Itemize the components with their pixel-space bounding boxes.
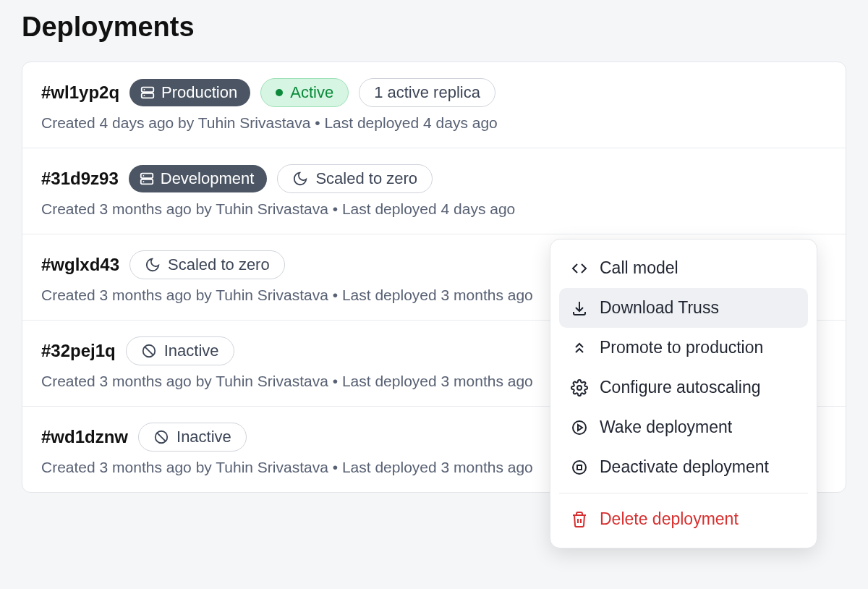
server-icon: [140, 85, 156, 101]
replica-badge: 1 active replica: [359, 78, 495, 107]
svg-point-12: [577, 386, 582, 390]
env-badge-development: Development: [129, 165, 268, 192]
svg-point-13: [573, 421, 586, 434]
status-badge-label: Scaled to zero: [168, 255, 270, 274]
deployment-id: #wl1yp2q: [41, 82, 119, 103]
menu-item-download-truss[interactable]: Download Truss: [559, 288, 808, 328]
svg-line-11: [157, 433, 166, 441]
deployment-id: #32pej1q: [41, 341, 116, 361]
menu-divider: [559, 493, 808, 493]
menu-item-label: Call model: [600, 258, 678, 278]
svg-line-9: [145, 347, 153, 355]
menu-item-label: Promote to production: [600, 338, 763, 357]
trash-icon: [571, 511, 588, 528]
svg-rect-1: [142, 93, 154, 98]
stop-circle-icon: [571, 459, 588, 476]
menu-item-label: Configure autoscaling: [600, 378, 760, 397]
svg-rect-16: [577, 465, 582, 470]
ban-icon: [153, 429, 169, 445]
deployment-meta: Created 3 months ago by Tuhin Srivastava…: [41, 200, 827, 218]
deployment-row[interactable]: #wl1yp2q Production Active 1 active repl…: [22, 62, 846, 148]
menu-item-label: Deactivate deployment: [600, 457, 769, 477]
moon-icon: [145, 257, 161, 273]
gear-icon: [571, 379, 588, 397]
replica-badge-label: 1 active replica: [374, 83, 480, 102]
status-badge-scaled-to-zero: Scaled to zero: [277, 164, 433, 193]
deployment-id: #wd1dznw: [41, 427, 128, 447]
env-badge-production: Production: [129, 79, 250, 106]
status-badge-label: Inactive: [176, 428, 231, 446]
status-badge-label: Active: [290, 83, 333, 102]
svg-marker-14: [578, 425, 582, 431]
status-badge-scaled-to-zero: Scaled to zero: [129, 250, 285, 279]
ban-icon: [141, 343, 157, 359]
svg-rect-5: [141, 179, 153, 184]
status-badge-label: Inactive: [164, 342, 219, 360]
deployment-meta: Created 4 days ago by Tuhin Srivastava •…: [41, 114, 827, 132]
deployment-id: #31d9z93: [41, 169, 119, 189]
menu-item-label: Download Truss: [600, 298, 719, 318]
server-icon: [139, 171, 155, 187]
chevrons-up-icon: [571, 339, 588, 357]
menu-item-promote[interactable]: Promote to production: [559, 328, 808, 368]
env-badge-label: Production: [161, 83, 237, 102]
page-title: Deployments: [22, 12, 846, 43]
menu-item-delete[interactable]: Delete deployment: [559, 499, 808, 539]
menu-item-wake[interactable]: Wake deployment: [559, 407, 808, 447]
svg-rect-0: [142, 88, 154, 92]
status-badge-inactive: Inactive: [126, 336, 234, 365]
status-badge-label: Scaled to zero: [315, 169, 417, 188]
deployment-row[interactable]: #31d9z93 Development Scaled to zero Crea…: [22, 148, 846, 234]
menu-item-call-model[interactable]: Call model: [559, 248, 808, 288]
status-badge-active: Active: [260, 78, 349, 107]
status-badge-inactive: Inactive: [138, 423, 247, 452]
download-icon: [571, 300, 588, 317]
menu-item-label: Delete deployment: [600, 509, 739, 529]
menu-item-deactivate[interactable]: Deactivate deployment: [559, 447, 808, 487]
menu-item-label: Wake deployment: [600, 418, 732, 437]
code-icon: [571, 260, 588, 277]
env-badge-label: Development: [161, 169, 255, 188]
active-dot-icon: [276, 89, 283, 96]
svg-rect-4: [141, 174, 153, 178]
deployment-id: #wglxd43: [41, 255, 119, 275]
context-menu: Call model Download Truss Promote to pro…: [550, 239, 817, 548]
menu-item-configure-autoscaling[interactable]: Configure autoscaling: [559, 368, 808, 407]
moon-icon: [292, 171, 308, 187]
svg-point-15: [573, 461, 586, 474]
play-circle-icon: [571, 419, 588, 436]
